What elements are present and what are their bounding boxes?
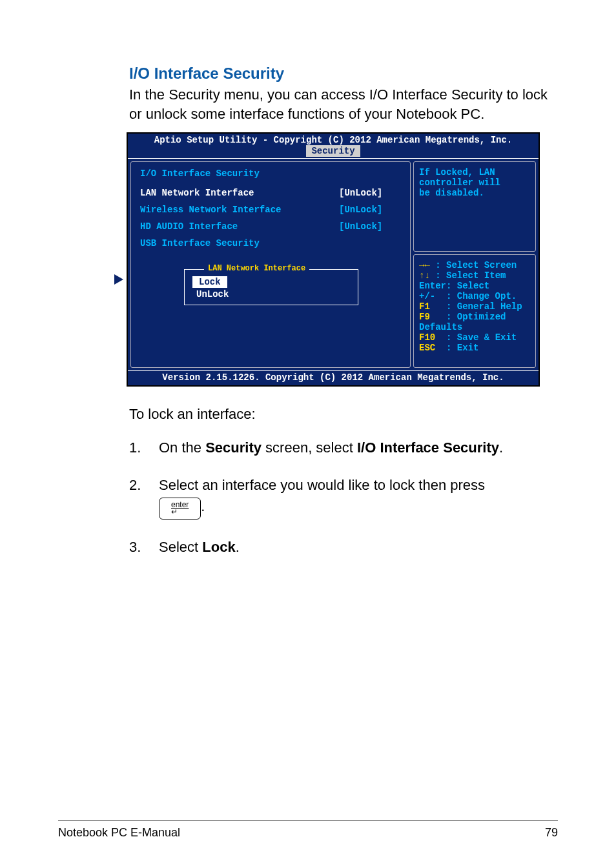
step-text: Select xyxy=(159,539,202,555)
step-number: 3. xyxy=(129,538,159,557)
key-desc: : Select Item xyxy=(430,270,506,281)
step-number: 2. xyxy=(129,476,159,520)
key-arrows-ud: ↑↓ xyxy=(419,270,430,281)
key-f1: F1 xyxy=(419,301,430,312)
bios-row-value: [UnLock] xyxy=(339,221,404,232)
key-esc: ESC xyxy=(419,343,435,353)
step-text: . xyxy=(499,439,503,456)
bios-popup-item-lock: Lock xyxy=(192,276,227,288)
section-heading: I/O Interface Security xyxy=(129,65,558,83)
enter-key-label: enter xyxy=(171,501,189,509)
step-text: screen, select xyxy=(262,439,357,456)
bios-help-line: If Locked, LAN xyxy=(419,167,530,177)
bios-row-label: HD AUDIO Interface xyxy=(140,221,339,232)
intro-text: In the Security menu, you can access I/O… xyxy=(129,85,558,123)
key-enter: Enter: Select xyxy=(419,281,530,291)
step-text: On the xyxy=(159,439,205,456)
step-body: Select Lock. xyxy=(159,538,558,557)
bios-main-panel: I/O Interface Security LAN Network Inter… xyxy=(130,161,411,368)
step-text: Select an interface you would like to lo… xyxy=(159,477,485,493)
footer-page-number: 79 xyxy=(545,826,558,840)
bios-row-lan: LAN Network Interface [UnLock] xyxy=(140,188,404,198)
step-number: 1. xyxy=(129,438,159,458)
bios-help-panel: If Locked, LAN controller will be disabl… xyxy=(413,161,536,252)
key-desc: : General Help xyxy=(430,301,522,312)
key-plusminus: +/- : Change Opt. xyxy=(419,291,530,301)
bios-tab-security: Security xyxy=(306,145,360,157)
bios-popup-item-unlock: UnLock xyxy=(192,288,232,300)
bios-submenu-usb: USB Interface Security xyxy=(140,238,404,248)
key-desc: : Optimized xyxy=(430,312,506,322)
enter-arrow-icon: ↵ xyxy=(171,510,189,514)
bios-popup: LAN Network Interface Lock UnLock xyxy=(184,269,358,305)
step-body: Select an interface you would like to lo… xyxy=(159,476,558,520)
page-footer: Notebook PC E-Manual 79 xyxy=(58,820,558,840)
bios-row-audio: HD AUDIO Interface [UnLock] xyxy=(140,221,404,232)
key-arrows-lr: →← xyxy=(419,260,430,270)
enter-key-icon: enter ↵ xyxy=(159,498,201,520)
bios-row-label: Wireless Network Interface xyxy=(140,205,339,215)
bios-row-value: [UnLock] xyxy=(339,188,404,198)
step-body: On the Security screen, select I/O Inter… xyxy=(159,438,558,458)
bios-row-wireless: Wireless Network Interface [UnLock] xyxy=(140,205,404,215)
step-1: 1. On the Security screen, select I/O In… xyxy=(129,438,558,458)
step-bold: Security xyxy=(205,439,262,456)
step-bold: Lock xyxy=(202,539,235,555)
bios-popup-title: LAN Network Interface xyxy=(204,264,309,273)
key-defaults: Defaults xyxy=(419,322,530,332)
bios-section-title: I/O Interface Security xyxy=(140,168,404,179)
step-2: 2. Select an interface you would like to… xyxy=(129,476,558,520)
step-bold: I/O Interface Security xyxy=(357,439,499,456)
bios-header: Aptio Setup Utility - Copyright (C) 2012… xyxy=(128,134,539,145)
bios-help-line: controller will xyxy=(419,177,530,188)
key-desc: : Save & Exit xyxy=(435,332,517,343)
key-desc: : Select Screen xyxy=(430,260,517,270)
bios-keys-panel: →← : Select Screen ↑↓ : Select Item Ente… xyxy=(413,254,536,368)
bios-footer: Version 2.15.1226. Copyright (C) 2012 Am… xyxy=(128,370,539,385)
key-f10: F10 xyxy=(419,332,435,343)
key-f9: F9 xyxy=(419,312,430,322)
submenu-arrow-icon xyxy=(114,274,123,285)
step-text: . xyxy=(201,498,205,514)
footer-title: Notebook PC E-Manual xyxy=(58,826,180,840)
bios-screenshot: Aptio Setup Utility - Copyright (C) 2012… xyxy=(127,132,540,387)
key-desc: : Exit xyxy=(435,343,478,353)
step-text: . xyxy=(236,539,240,555)
bios-row-value: [UnLock] xyxy=(339,205,404,215)
step-3: 3. Select Lock. xyxy=(129,538,558,557)
bios-help-line: be disabled. xyxy=(419,188,530,198)
bios-row-label: LAN Network Interface xyxy=(140,188,339,198)
lock-intro: To lock an interface: xyxy=(129,406,558,423)
bios-tab-row: Security xyxy=(128,145,539,158)
